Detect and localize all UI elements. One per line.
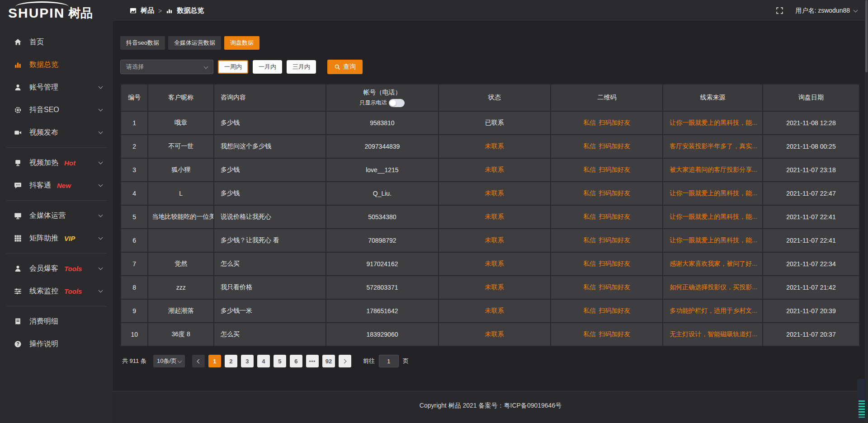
scan-add-friend-link[interactable]: 扫码加好友	[599, 142, 630, 150]
status-cell: 未联系	[439, 299, 551, 323]
sidebar-item-chat[interactable]: 抖客通New	[0, 174, 113, 197]
scan-add-friend-link[interactable]: 扫码加好友	[599, 307, 630, 314]
period-button-1[interactable]: 一周内	[218, 60, 248, 74]
page-button-5[interactable]: 5	[274, 355, 286, 367]
sidebar-item-heat[interactable]: 视频加热Hot	[0, 151, 113, 174]
qrcode-cell: 私信扫码加好友	[551, 276, 663, 299]
sidebar-item-member[interactable]: 会员爆客Tools	[0, 257, 113, 280]
private-message-link[interactable]: 私信	[583, 166, 596, 173]
video-icon	[14, 129, 22, 136]
content-area: 抖音seo数据全媒体运营数据询盘数据 请选择 一周内一月内三月内 查询	[113, 22, 868, 391]
tab-2[interactable]: 全媒体运营数据	[168, 36, 221, 50]
private-message-link[interactable]: 私信	[583, 142, 596, 150]
lead-source-link[interactable]: 多功能护栏灯，适用于乡村文...	[670, 307, 757, 314]
private-message-link[interactable]: 私信	[583, 260, 596, 267]
private-message-link[interactable]: 私信	[583, 213, 596, 220]
table-row: 7觉然怎么买917024162未联系私信扫码加好友感谢大家喜欢我家，被问了好..…	[121, 252, 859, 276]
breadcrumb-root[interactable]: 树品	[141, 6, 154, 15]
scan-add-friend-link[interactable]: 扫码加好友	[599, 330, 630, 338]
private-message-link[interactable]: 私信	[583, 189, 596, 197]
inquiry-date-cell: 2021-11-07 22:47	[763, 182, 859, 205]
sidebar-item-label: 消费明细	[29, 317, 58, 326]
private-message-link[interactable]: 私信	[583, 119, 596, 126]
page-size-select[interactable]: 10条/页	[153, 355, 185, 367]
lead-source-link[interactable]: 无主灯设计，智能磁吸轨道灯...	[670, 330, 757, 338]
floating-tool-widget[interactable]	[857, 379, 866, 420]
sidebar-item-user[interactable]: 账号管理	[0, 76, 113, 99]
heat-icon	[14, 159, 22, 167]
page-button-2[interactable]: 2	[225, 355, 237, 367]
lead-source-link[interactable]: 让你一眼就爱上的黑科技，能...	[670, 119, 757, 126]
scrollbar-thumb[interactable]	[865, 0, 868, 72]
tab-3[interactable]: 询盘数据	[224, 36, 259, 50]
sidebar-item-gear[interactable]: 抖音SEO	[0, 99, 113, 121]
page-button-1[interactable]: 1	[208, 355, 221, 367]
svg-text:?: ?	[16, 341, 19, 346]
filter-select[interactable]: 请选择	[120, 60, 213, 74]
page-button-92[interactable]: 92	[322, 355, 335, 367]
status-badge: 未联系	[485, 189, 504, 197]
row-index-cell: 7	[121, 252, 148, 276]
lead-source-link[interactable]: 被大家追着问的客厅投影分享...	[670, 166, 757, 173]
fullscreen-icon[interactable]	[776, 7, 783, 14]
sidebar-item-receipt[interactable]: 消费明细	[0, 310, 113, 333]
lead-source-link[interactable]: 感谢大家喜欢我家，被问了好...	[670, 260, 757, 267]
page-button-3[interactable]: 3	[241, 355, 254, 367]
sidebar-item-sliders[interactable]: 线索监控Tools	[0, 280, 113, 302]
sidebar-item-grid[interactable]: 矩阵助推VIP	[0, 227, 113, 249]
private-message-link[interactable]: 私信	[583, 283, 596, 291]
private-message-link[interactable]: 私信	[583, 307, 596, 314]
inquiry-content-cell: 怎么买	[214, 323, 326, 346]
goto-page: 前往 页	[363, 355, 409, 367]
query-button[interactable]: 查询	[327, 60, 363, 74]
period-button-2[interactable]: 一月内	[253, 60, 282, 74]
scan-add-friend-link[interactable]: 扫码加好友	[599, 166, 630, 173]
sidebar-divider	[6, 253, 107, 254]
lead-source-link[interactable]: 让你一眼就爱上的黑科技，能...	[670, 213, 757, 220]
scan-add-friend-link[interactable]: 扫码加好友	[599, 119, 630, 126]
sidebar-item-chart[interactable]: 数据总览	[0, 53, 113, 76]
lead-source-link[interactable]: 如何正确选择投影仪，买投影...	[670, 283, 757, 291]
brand-logo[interactable]: SHUPIN 树品	[0, 0, 113, 26]
goto-page-input[interactable]	[379, 355, 399, 367]
more-pages-button[interactable]: •••	[306, 355, 319, 367]
scan-add-friend-link[interactable]: 扫码加好友	[599, 283, 630, 291]
row-index-cell: 6	[121, 229, 148, 252]
main-column: 树品 > 数据总览 用户名: zswodun88 抖音seo数据全媒体运营数据询…	[113, 0, 868, 423]
tab-1[interactable]: 抖音seo数据	[120, 36, 165, 50]
sidebar-item-question[interactable]: ?操作说明	[0, 333, 113, 355]
qrcode-cell: 私信扫码加好友	[551, 229, 663, 252]
chevron-down-icon	[99, 107, 103, 111]
pagination: 共 911 条 10条/页 123456•••92 前往 页	[120, 355, 860, 367]
lead-source-cell: 客厅安装投影半年多了，真实...	[663, 135, 763, 158]
column-header-label: 帐号（电话）	[330, 89, 434, 97]
sidebar-item-label: 数据总览	[29, 60, 58, 70]
lead-source-link[interactable]: 客厅安装投影半年多了，真实...	[670, 142, 757, 150]
scan-add-friend-link[interactable]: 扫码加好友	[599, 189, 630, 197]
phone-only-toggle[interactable]	[389, 99, 405, 107]
private-message-link[interactable]: 私信	[583, 236, 596, 244]
lead-source-link[interactable]: 让你一眼就爱上的黑科技，能...	[670, 189, 757, 197]
account-cell: 572803371	[326, 276, 438, 299]
scan-add-friend-link[interactable]: 扫码加好友	[599, 236, 630, 244]
page-button-4[interactable]: 4	[257, 355, 270, 367]
private-message-link[interactable]: 私信	[583, 330, 596, 338]
status-cell: 未联系	[439, 276, 551, 299]
sidebar-item-home[interactable]: 首页	[0, 31, 113, 53]
prev-page-button[interactable]	[192, 355, 205, 367]
period-button-3[interactable]: 三月内	[287, 60, 316, 74]
sidebar-item-badge: Tools	[64, 265, 82, 273]
sidebar-item-monitor[interactable]: 全媒体运营	[0, 204, 113, 227]
scan-add-friend-link[interactable]: 扫码加好友	[599, 213, 630, 220]
inquiry-date-cell: 2021-11-08 00:25	[763, 135, 859, 158]
next-page-button[interactable]	[339, 355, 351, 367]
scan-add-friend-link[interactable]: 扫码加好友	[599, 260, 630, 267]
sidebar-item-video[interactable]: 视频发布	[0, 121, 113, 144]
user-menu[interactable]: 用户名: zswodun88	[795, 7, 857, 15]
chevron-down-icon	[99, 129, 103, 134]
page-scrollbar[interactable]	[865, 0, 868, 423]
lead-source-link[interactable]: 让你一眼就爱上的黑科技，能...	[670, 236, 757, 244]
customer-nickname-cell: L	[148, 182, 213, 205]
page-button-6[interactable]: 6	[290, 355, 302, 367]
lead-source-cell: 让你一眼就爱上的黑科技，能...	[663, 229, 763, 252]
